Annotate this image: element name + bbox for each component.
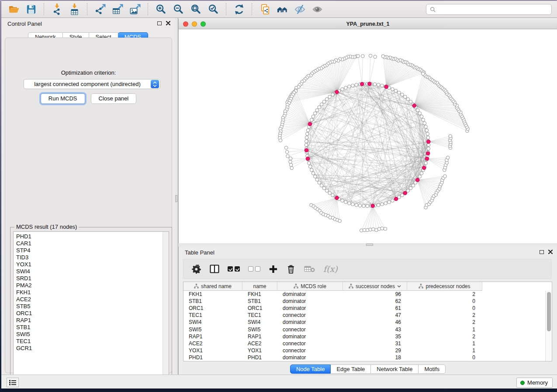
network-window-titlebar[interactable]: YPA_prune.txt_1 [179,19,557,29]
mcds-result-item[interactable]: SWI5 [14,331,169,338]
table-cell[interactable]: 46 [343,319,407,325]
table-cell[interactable]: 2 [407,291,482,297]
mcds-result-item[interactable]: FKH1 [14,289,169,296]
splitter-grip[interactable] [175,195,177,202]
table-cell[interactable]: 2 [407,334,482,340]
table-cell[interactable]: 1 [407,327,482,333]
table-cell[interactable]: dominator [277,305,343,311]
table-row[interactable]: SWI4SWI4dominator462 [183,319,545,326]
export-network-icon[interactable] [91,2,109,16]
table-cell[interactable]: 47 [343,312,407,318]
mcds-result-item[interactable]: TEC1 [14,338,169,345]
table-row[interactable]: ACE2ACE2connector311 [183,340,545,347]
run-mcds-button[interactable]: Run MCDS [41,93,85,104]
import-table-icon[interactable] [66,2,83,16]
table-row[interactable]: PHD1PHD1dominator180 [183,354,545,361]
mcds-result-item[interactable]: SWI4 [14,268,169,275]
table-cell[interactable]: connector [277,340,343,347]
mcds-result-item[interactable]: PMA2 [14,282,169,289]
mcds-result-item[interactable]: ACE2 [14,296,169,303]
table-cell[interactable]: RAP1 [242,334,277,340]
select-all-columns-icon[interactable] [228,266,240,272]
table-cell[interactable]: TEC1 [242,312,277,318]
zoom-selected-icon[interactable] [204,2,222,16]
table-cell[interactable]: dominator [277,334,343,340]
table-cell[interactable]: 18 [343,354,407,361]
zoom-fit-icon[interactable] [187,2,204,16]
table-cell[interactable]: SWI5 [183,327,242,333]
deselect-all-columns-icon[interactable] [248,266,260,272]
close-panel-button[interactable]: Close panel [91,93,137,104]
mcds-list-scrollbar[interactable] [163,232,169,382]
table-cell[interactable]: connector [277,347,343,354]
search-input[interactable] [439,6,548,13]
close-panel-icon[interactable] [548,250,553,254]
table-row[interactable]: RAP1RAP1dominator352 [183,333,545,340]
table-cell[interactable]: RAP1 [183,334,242,340]
table-cell[interactable]: 61 [343,305,407,311]
mcds-result-item[interactable]: YOX1 [14,261,169,268]
table-row[interactable]: ORC1ORC1dominator610 [183,305,545,312]
table-cell[interactable]: dominator [277,354,343,361]
table-cell[interactable]: 2 [407,319,482,325]
tab-network-table[interactable]: Network Table [371,364,419,374]
mcds-result-item[interactable]: CAR1 [14,240,169,247]
close-window-icon[interactable] [183,21,188,27]
table-cell[interactable]: PHD1 [183,354,242,361]
table-cell[interactable]: 96 [343,291,407,297]
column-header-mcds-role[interactable]: MCDS role [277,282,343,291]
column-header-shared-name[interactable]: shared name [183,282,242,291]
delete-column-trash-icon[interactable] [286,264,296,274]
table-cell[interactable]: YOX1 [183,347,242,354]
mcds-result-item[interactable]: GCR1 [14,345,169,352]
clone-network-icon[interactable] [256,2,273,16]
search-box[interactable] [426,4,552,15]
mcds-result-item[interactable]: SRD1 [14,275,169,282]
hide-selected-eye-slash-icon[interactable] [291,2,308,16]
mcds-result-item[interactable]: ORC1 [14,310,169,317]
zoom-out-icon[interactable] [170,2,187,16]
horizontal-splitter[interactable] [178,243,557,247]
memory-button[interactable]: Memory [516,378,553,388]
table-options-gear-icon[interactable] [192,264,201,274]
tab-edge-table[interactable]: Edge Table [331,364,371,374]
save-session-icon[interactable] [22,2,40,16]
tab-motifs[interactable]: Motifs [419,364,446,374]
mcds-result-item[interactable]: STB1 [14,324,169,331]
table-cell[interactable]: ACE2 [183,340,242,347]
table-cell[interactable]: 2 [407,312,482,318]
table-cell[interactable]: SWI4 [242,319,277,325]
mcds-result-item[interactable]: STP4 [14,247,169,254]
table-cell[interactable]: 0 [407,305,482,311]
mcds-result-item[interactable]: RAP1 [14,317,169,324]
toggle-panel-columns-icon[interactable] [210,265,219,273]
table-row[interactable]: STB1STB1dominator620 [183,298,545,305]
table-scrollbar-thumb[interactable] [547,292,551,331]
maximize-window-icon[interactable] [201,21,206,27]
export-table-icon[interactable] [109,2,126,16]
table-cell[interactable]: 35 [343,334,407,340]
refresh-view-icon[interactable] [230,2,248,16]
export-image-icon[interactable] [126,2,144,16]
table-cell[interactable]: FKH1 [183,291,242,297]
mcds-result-item[interactable]: PHD1 [14,233,169,240]
mcds-result-item[interactable]: STB5 [14,303,169,310]
mcds-result-item[interactable]: TID3 [14,254,169,261]
tab-node-table[interactable]: Node Table [290,364,331,374]
column-header-successor-nodes[interactable]: successor nodes [343,282,407,291]
close-panel-icon[interactable] [166,21,170,25]
table-scrollbar[interactable] [545,291,552,361]
table-row[interactable]: FKH1FKH1dominator962 [183,291,545,298]
table-cell[interactable]: 43 [343,327,407,333]
table-cell[interactable]: 31 [343,340,407,347]
table-cell[interactable]: 1 [407,340,482,347]
table-cell[interactable]: ACE2 [242,340,277,347]
column-header-predecessor-nodes[interactable]: predecessor nodes [407,282,482,291]
table-cell[interactable]: dominator [277,298,343,304]
table-cell[interactable]: YOX1 [242,347,277,354]
table-cell[interactable]: connector [277,312,343,318]
open-file-icon[interactable] [5,2,22,16]
float-panel-icon[interactable] [540,250,544,254]
table-row[interactable]: YOX1YOX1connector291 [183,347,545,354]
first-neighbors-icon[interactable] [273,2,291,16]
